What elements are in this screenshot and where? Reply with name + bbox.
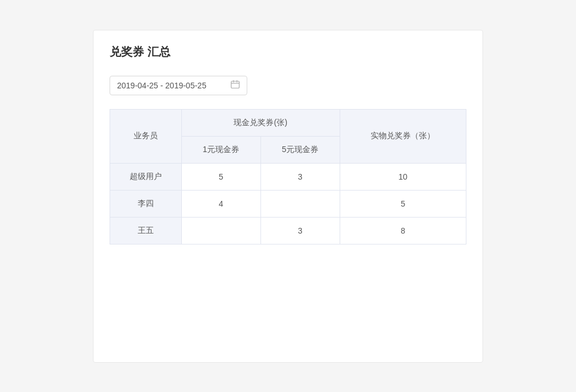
calendar-icon bbox=[231, 80, 240, 91]
main-card: 兑奖券 汇总 2019-04-25 - 2019-05-25 业务员 现金兑奖券… bbox=[93, 30, 483, 363]
table-row: 超级用户5310 bbox=[110, 163, 466, 190]
cell-staff: 超级用户 bbox=[110, 163, 182, 190]
cell-cash5: 3 bbox=[260, 163, 340, 190]
date-picker[interactable]: 2019-04-25 - 2019-05-25 bbox=[110, 76, 247, 95]
col-goods-group-header: 实物兑奖券（张） bbox=[340, 109, 466, 163]
col-cash-group-header: 现金兑奖券(张) bbox=[181, 109, 340, 136]
cell-goods1: 8 bbox=[340, 217, 466, 244]
cell-cash1: 5 bbox=[181, 163, 260, 190]
cell-cash1 bbox=[181, 217, 260, 244]
cell-staff: 王五 bbox=[110, 217, 182, 244]
date-picker-value: 2019-04-25 - 2019-05-25 bbox=[117, 81, 225, 90]
table-row: 王五38 bbox=[110, 217, 466, 244]
summary-table: 业务员 现金兑奖券(张) 实物兑奖券（张） 1元现金券 5元现金券 超级用户53… bbox=[110, 109, 466, 244]
cell-cash1: 4 bbox=[181, 190, 260, 217]
cell-cash5 bbox=[260, 190, 340, 217]
date-picker-wrapper: 2019-04-25 - 2019-05-25 bbox=[110, 76, 466, 95]
cell-goods1: 5 bbox=[340, 190, 466, 217]
col-cash5-header: 5元现金券 bbox=[260, 136, 340, 163]
col-staff-header: 业务员 bbox=[110, 109, 182, 163]
col-cash1-header: 1元现金券 bbox=[181, 136, 260, 163]
svg-rect-0 bbox=[231, 81, 239, 88]
table-row: 李四45 bbox=[110, 190, 466, 217]
cell-staff: 李四 bbox=[110, 190, 182, 217]
cell-cash5: 3 bbox=[260, 217, 340, 244]
page-title: 兑奖券 汇总 bbox=[110, 44, 466, 60]
cell-goods1: 10 bbox=[340, 163, 466, 190]
